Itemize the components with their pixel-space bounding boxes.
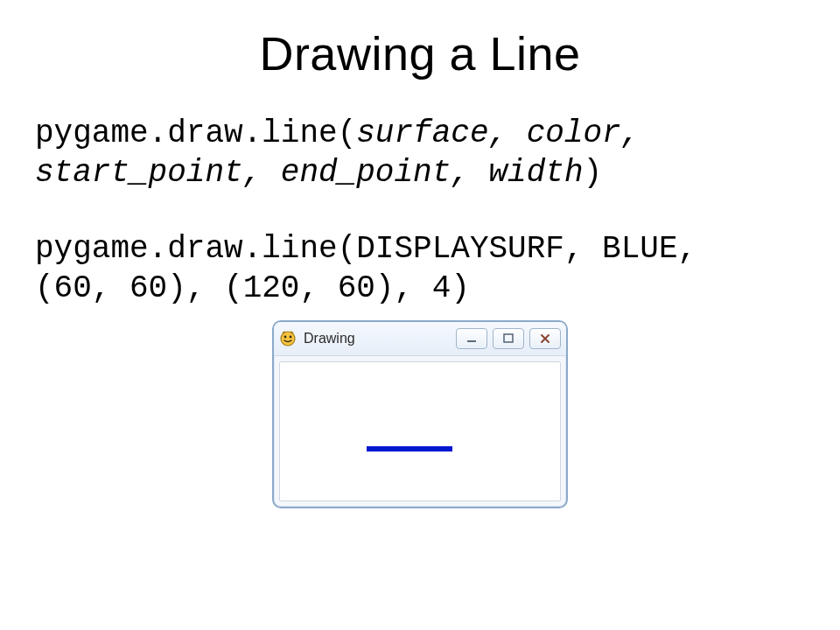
sig-prefix: pygame.draw.line( <box>35 116 356 151</box>
slide: Drawing a Line pygame.draw.line(surface,… <box>0 0 840 630</box>
svg-point-1 <box>284 336 287 339</box>
slide-title: Drawing a Line <box>35 26 805 80</box>
svg-point-2 <box>290 336 292 339</box>
spacer <box>35 192 805 229</box>
window-title: Drawing <box>304 331 449 346</box>
svg-rect-4 <box>504 334 513 342</box>
client-area <box>279 361 561 501</box>
titlebar: Drawing <box>274 322 566 356</box>
close-icon <box>539 332 551 345</box>
minimize-icon <box>466 332 478 345</box>
figure: Drawing <box>35 320 805 508</box>
example-code: pygame.draw.line(DISPLAYSURF, BLUE, (60,… <box>35 229 805 308</box>
svg-rect-3 <box>467 340 476 342</box>
minimize-button[interactable] <box>456 328 487 349</box>
svg-point-0 <box>281 332 295 346</box>
pygame-window: Drawing <box>272 320 568 508</box>
sig-suffix: ) <box>584 155 603 191</box>
signature-code: pygame.draw.line(surface, color, start_p… <box>35 114 805 192</box>
example-line-1: pygame.draw.line(DISPLAYSURF, BLUE, <box>35 231 696 267</box>
maximize-button[interactable] <box>493 328 524 349</box>
pygame-icon <box>279 330 297 347</box>
drawn-line <box>367 446 452 452</box>
maximize-icon <box>502 332 514 345</box>
window-controls <box>456 328 561 349</box>
close-button[interactable] <box>529 328 561 349</box>
example-line-2: (60, 60), (120, 60), 4) <box>35 270 470 306</box>
